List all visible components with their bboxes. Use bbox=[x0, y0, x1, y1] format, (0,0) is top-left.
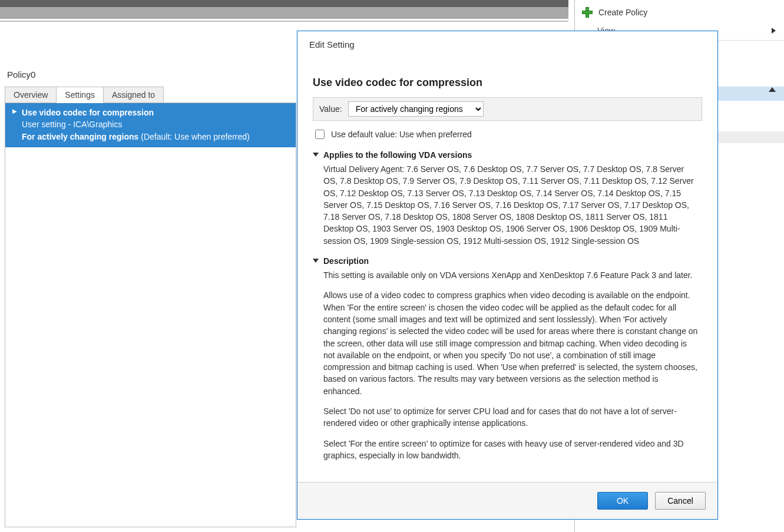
collapse-up-icon[interactable] bbox=[769, 87, 776, 92]
chevron-right-icon: ▶ bbox=[12, 107, 17, 116]
create-policy-label: Create Policy bbox=[598, 8, 647, 17]
description-p1: This setting is available only on VDA ve… bbox=[323, 269, 699, 281]
description-header[interactable]: Description bbox=[313, 256, 699, 266]
use-default-row: Use default value: Use when preferred bbox=[313, 121, 702, 147]
window-toolbar bbox=[0, 7, 568, 19]
cancel-button[interactable]: Cancel bbox=[655, 492, 706, 510]
setting-row-selected[interactable]: ▶ Use video codec for compression User s… bbox=[5, 103, 296, 147]
description-p3: Select 'Do not use' to optimize for serv… bbox=[323, 405, 699, 429]
value-select[interactable]: For actively changing regionsFor the ent… bbox=[348, 101, 484, 117]
description-p4: Select 'For the entire screen' to optimi… bbox=[323, 438, 699, 462]
use-default-label: Use default value: Use when preferred bbox=[331, 130, 472, 139]
value-row: Value: For actively changing regionsFor … bbox=[313, 97, 702, 121]
setting-path: User setting - ICA\Graphics bbox=[22, 118, 290, 130]
tab-assigned-to[interactable]: Assigned to bbox=[103, 87, 164, 103]
window-border bbox=[0, 21, 568, 22]
applies-to-header[interactable]: Applies to the following VDA versions bbox=[313, 150, 699, 160]
chevron-right-icon bbox=[772, 28, 776, 34]
applies-to-body: Virtual Delivery Agent: 7.6 Server OS, 7… bbox=[323, 163, 699, 247]
tab-settings[interactable]: Settings bbox=[56, 87, 104, 103]
setting-default-value: Use when preferred bbox=[174, 132, 247, 141]
policy-name: Policy0 bbox=[5, 22, 296, 87]
setting-default-prefix: (Default: bbox=[138, 132, 174, 141]
details-scroll[interactable]: Applies to the following VDA versions Vi… bbox=[313, 147, 702, 476]
dialog-body: Use video codec for compression Value: F… bbox=[297, 58, 717, 482]
create-policy-action[interactable]: Create Policy bbox=[575, 0, 784, 24]
settings-list: ▶ Use video codec for compression User s… bbox=[5, 103, 296, 527]
value-label: Value: bbox=[319, 104, 342, 114]
setting-value: For actively changing regions bbox=[22, 132, 138, 141]
policy-pane: Policy0 Overview Settings Assigned to ▶ … bbox=[5, 22, 296, 527]
window-titlebar bbox=[0, 0, 568, 7]
setting-heading: Use video codec for compression bbox=[313, 77, 702, 89]
tab-overview[interactable]: Overview bbox=[5, 87, 57, 103]
use-default-checkbox[interactable] bbox=[315, 130, 325, 139]
setting-name: Use video codec for compression bbox=[22, 107, 290, 118]
dialog-footer: OK Cancel bbox=[297, 482, 717, 519]
plus-icon bbox=[582, 7, 593, 18]
ok-button[interactable]: OK bbox=[597, 492, 648, 510]
description-body: This setting is available only on VDA ve… bbox=[323, 269, 699, 461]
dialog-title: Edit Setting bbox=[297, 31, 717, 58]
edit-setting-dialog: Edit Setting Use video codec for compres… bbox=[297, 31, 718, 520]
tab-bar: Overview Settings Assigned to bbox=[5, 87, 296, 103]
description-p2: Allows use of a video codec to compress … bbox=[323, 289, 699, 397]
setting-default-suffix: ) bbox=[247, 132, 250, 141]
